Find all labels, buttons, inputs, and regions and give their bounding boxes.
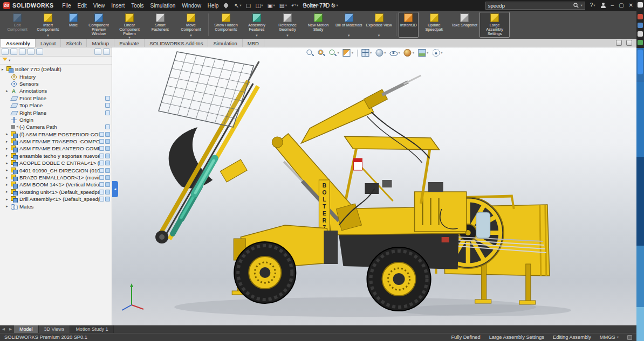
- tree-item[interactable]: ▸Mates: [0, 203, 112, 210]
- insert-components-button[interactable]: Insert Components▼: [33, 12, 63, 38]
- menu-simulation[interactable]: Simulation: [147, 3, 179, 9]
- propertymanager-icon[interactable]: [10, 48, 17, 55]
- display-pane-icon[interactable]: [105, 190, 110, 194]
- display-pane-icon[interactable]: [105, 132, 110, 137]
- display-pane-icon[interactable]: [105, 139, 110, 144]
- front-wheel[interactable]: [234, 242, 296, 303]
- instant3d-button[interactable]: Instant3D: [399, 12, 419, 38]
- displaymanager-icon[interactable]: [36, 48, 43, 55]
- tree-item[interactable]: Origin: [0, 116, 112, 123]
- collapse-ribbon-icon[interactable]: [626, 40, 632, 46]
- display-pane-icon[interactable]: [105, 182, 110, 187]
- menu-insert[interactable]: Insert: [108, 3, 128, 9]
- tree-item[interactable]: (-) Camera Path: [0, 123, 112, 130]
- tab-sketch[interactable]: Sketch: [61, 39, 87, 47]
- taskbar-app-1-icon[interactable]: [638, 14, 643, 19]
- tree-item[interactable]: ▸Rotating unit<1> (Default_speedpak...: [0, 189, 112, 196]
- expand-arrow-icon[interactable]: ▸: [6, 140, 11, 144]
- tree-item[interactable]: ▸ACOPLE DOBLE C ENTRAL<1> (Pre...: [0, 159, 112, 166]
- expand-arrow-icon[interactable]: ▸: [6, 89, 11, 93]
- open-document-button[interactable]: ◫▾: [254, 3, 264, 9]
- tab-markup[interactable]: Markup: [87, 39, 114, 47]
- mate-button[interactable]: Mate: [64, 12, 83, 38]
- new-motion-study-button[interactable]: New Motion Study: [303, 12, 333, 38]
- tab-simulation[interactable]: Simulation: [208, 39, 242, 47]
- edit-appearance-button[interactable]: ▾: [404, 49, 414, 57]
- expand-arrow-icon[interactable]: ▸: [6, 168, 11, 172]
- search-input[interactable]: [488, 3, 572, 9]
- zoom-area-button[interactable]: [317, 49, 325, 57]
- display-pane-icon[interactable]: [99, 146, 104, 151]
- zoom-fit-button[interactable]: [306, 49, 313, 57]
- print-button[interactable]: ▤▾: [278, 3, 289, 9]
- unit-system[interactable]: MMGS ▾: [600, 335, 619, 340]
- display-pane-icon[interactable]: [105, 175, 110, 180]
- customize-toolbar-icon[interactable]: [616, 40, 622, 46]
- menu-window[interactable]: Window: [179, 3, 204, 9]
- expand-arrow-icon[interactable]: ▸: [6, 147, 11, 151]
- pane-pin-icon[interactable]: [103, 48, 110, 55]
- graphics-viewport[interactable]: BOLTER77D: [112, 47, 636, 325]
- tree-item[interactable]: ▸ASM BOOM 14<1> (Vertical Motion ...: [0, 181, 112, 188]
- previous-view-button[interactable]: ▾: [328, 49, 339, 57]
- expand-arrow-icon[interactable]: ▸: [6, 190, 11, 194]
- save-button[interactable]: ▣▾: [266, 3, 277, 9]
- expand-arrow-icon[interactable]: ▸: [6, 183, 11, 187]
- minimize-button[interactable]: –: [611, 3, 614, 8]
- tree-item[interactable]: ▸(f) ASM FRAME POSTERIOR-COMPO...: [0, 131, 112, 138]
- tree-item[interactable]: ▸ensamble techo y soportes nuevos<...: [0, 152, 112, 159]
- linear-component-pattern-button[interactable]: Linear Component Pattern▼: [114, 12, 145, 38]
- tree-item[interactable]: Top Plane: [0, 102, 112, 109]
- display-pane-icon[interactable]: [105, 154, 110, 158]
- panel-collapse-handle[interactable]: ◂: [112, 181, 118, 197]
- assembly-features-button[interactable]: Assembly Features▼: [242, 12, 272, 38]
- section-view-button[interactable]: ▾: [343, 49, 353, 57]
- feed-carriage[interactable]: [220, 159, 247, 182]
- take-snapshot-button[interactable]: Take Snapshot: [450, 12, 479, 38]
- display-pane-icon[interactable]: [105, 103, 110, 108]
- taskbar-app-4-icon[interactable]: [638, 40, 643, 45]
- display-pane-icon[interactable]: [99, 182, 104, 187]
- display-pane-icon[interactable]: [99, 168, 104, 173]
- display-pane-icon[interactable]: [99, 161, 104, 165]
- tab-mbd[interactable]: MBD: [243, 39, 264, 47]
- dimxpertmanager-icon[interactable]: [28, 48, 35, 55]
- display-pane-icon[interactable]: [105, 124, 110, 129]
- taskbar-app-3-icon[interactable]: [638, 31, 643, 37]
- hide-show-items-button[interactable]: ▾: [390, 49, 400, 57]
- search-dropdown-caret-icon[interactable]: ▾: [581, 3, 583, 8]
- display-pane-icon[interactable]: [105, 96, 110, 101]
- smart-fasteners-button[interactable]: Smart Fasteners: [145, 12, 175, 38]
- select-arrow-button[interactable]: ↖▾: [232, 3, 243, 9]
- tab-scroll-right-icon[interactable]: ▶: [7, 325, 14, 333]
- user-button[interactable]: [600, 3, 606, 9]
- configurationmanager-icon[interactable]: [19, 48, 26, 55]
- tab-scroll-left-icon[interactable]: ◀: [0, 325, 7, 333]
- move-component-button[interactable]: Move Component▼: [176, 12, 206, 38]
- pin-menu-icon[interactable]: [223, 2, 229, 8]
- display-pane-expand-icon[interactable]: [94, 48, 101, 55]
- filter-caret-icon[interactable]: ▾: [9, 58, 10, 62]
- close-button[interactable]: ✕: [629, 3, 633, 8]
- rear-outrigger-left[interactable]: [482, 263, 487, 301]
- reference-triad[interactable]: [117, 277, 147, 311]
- tree-item[interactable]: Sensors: [0, 80, 112, 87]
- display-pane-icon[interactable]: [99, 190, 104, 194]
- filter-funnel-icon[interactable]: [2, 58, 8, 64]
- view-settings-button[interactable]: ▾: [432, 49, 442, 57]
- expand-arrow-icon[interactable]: ▸: [6, 197, 11, 201]
- tree-item[interactable]: ▸ASM FRAME TRASERO -COMPONEN...: [0, 138, 112, 145]
- display-pane-icon[interactable]: [99, 175, 104, 180]
- bolter-3d-model[interactable]: BOLTER77D: [112, 47, 636, 325]
- display-pane-icon[interactable]: [99, 197, 104, 201]
- apply-scene-button[interactable]: ▾: [418, 49, 428, 57]
- rear-outrigger-right[interactable]: [526, 264, 531, 302]
- menu-tools[interactable]: Tools: [128, 3, 147, 9]
- large-assembly-settings-button[interactable]: Large Assembly Settings: [479, 12, 510, 38]
- expand-arrow-icon[interactable]: ▸: [6, 161, 11, 165]
- help-button[interactable]: ?▾: [590, 3, 595, 8]
- menu-help[interactable]: Help: [204, 3, 222, 9]
- undo-button[interactable]: ↶▾: [290, 3, 300, 9]
- display-pane-icon[interactable]: [99, 139, 104, 144]
- expand-arrow-icon[interactable]: ▸: [6, 132, 11, 136]
